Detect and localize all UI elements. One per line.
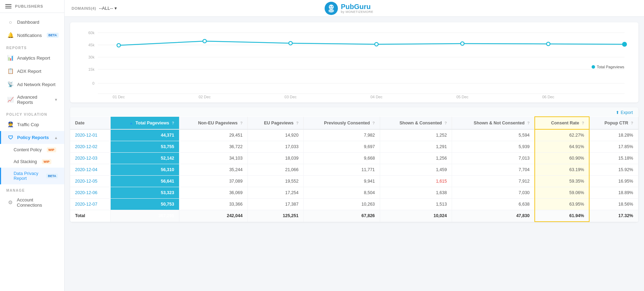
svg-point-0 <box>329 5 334 9</box>
cell-non-eu-pv: 33,366 <box>179 199 247 210</box>
col-header-eu-pv: EU Pageviews ? <box>247 117 303 129</box>
domains-value: --ALL-- <box>99 6 113 11</box>
svg-text:0: 0 <box>92 81 95 85</box>
cell-popup-ctr: 17.85% <box>589 141 638 153</box>
wip-badge: WIP <box>47 147 56 152</box>
export-button[interactable]: ⬆ Export <box>616 110 633 115</box>
cell-eu-pv: 21,066 <box>247 164 303 176</box>
cell-shown-consented: 1,256 <box>380 153 452 164</box>
svg-point-27 <box>622 42 627 46</box>
policy-section-label: POLICY VIOLATION <box>0 108 64 118</box>
sidebar-item-policy-reports[interactable]: 🛡 Policy Reports ▲ <box>0 131 64 144</box>
table-row: 2020-12-05 56,641 37,089 19,552 9,941 1,… <box>70 176 638 187</box>
sidebar-item-label: ADX Report <box>17 69 41 74</box>
cell-shown-consented: 1,459 <box>380 164 452 176</box>
info-icon[interactable]: ? <box>444 121 447 125</box>
cell-shown-not-consented: 5,939 <box>452 141 535 153</box>
sidebar-item-ad-stacking[interactable]: Ad Stacking WIP <box>0 156 64 168</box>
cell-eu-pv: 18,039 <box>247 153 303 164</box>
sidebar-item-adx-report[interactable]: 📋 ADX Report <box>0 64 64 78</box>
svg-text:05 Dec: 05 Dec <box>456 95 468 99</box>
info-icon[interactable]: ? <box>527 121 530 125</box>
cell-date: 2020-12-06 <box>70 187 111 199</box>
cell-shown-consented: 1,638 <box>380 187 452 199</box>
cell-total-pv: 53,323 <box>111 187 179 199</box>
sidebar-item-analytics-report[interactable]: 📊 Analytics Report <box>0 51 64 64</box>
svg-point-3 <box>332 6 333 7</box>
dropdown-arrow-icon: ▾ <box>114 6 117 11</box>
main-content: DOMAINS(4) --ALL-- ▾ PubGuru by MONETIZE… <box>65 0 644 291</box>
logo: PubGuru by MONETIZEMORE <box>325 2 373 15</box>
svg-point-28 <box>592 65 595 69</box>
export-row: ⬆ Export <box>70 107 638 116</box>
cell-popup-ctr: 15.92% <box>589 164 638 176</box>
cell-shown-not-consented: 7,912 <box>452 176 535 187</box>
sidebar: PUBLISHERS ○ Dashboard 🔔 Notifications B… <box>0 0 65 291</box>
info-icon[interactable]: ? <box>582 121 584 125</box>
sidebar-item-dashboard[interactable]: ○ Dashboard <box>0 16 64 29</box>
sidebar-item-label: Account Connections <box>17 197 58 208</box>
col-header-consent-rate: Consent Rate ? <box>535 117 589 129</box>
chart-wrap: 60k 45k 30k 15k 0 01 Dec 02 Dec 03 Dec 0… <box>77 29 631 99</box>
cell-total-non-eu-pv: 242,044 <box>179 210 247 222</box>
sidebar-navigation: ○ Dashboard 🔔 Notifications BETA REPORTS… <box>0 13 64 214</box>
info-icon[interactable]: ? <box>240 121 243 125</box>
svg-text:45k: 45k <box>88 43 95 47</box>
sidebar-item-notifications[interactable]: 🔔 Notifications BETA <box>0 29 64 42</box>
svg-text:04 Dec: 04 Dec <box>370 95 383 99</box>
info-icon[interactable]: ? <box>296 121 298 125</box>
sidebar-item-ad-network-report[interactable]: 📡 Ad Network Report <box>0 78 64 91</box>
sidebar-item-data-privacy[interactable]: Data Privacy Report BETA <box>0 168 64 184</box>
cell-total-eu-pv: 125,251 <box>247 210 303 222</box>
cell-consent-rate: 59.06% <box>535 187 589 199</box>
cell-non-eu-pv: 35,244 <box>179 164 247 176</box>
info-icon[interactable]: ? <box>172 121 174 125</box>
gear-icon: ⚙ <box>7 199 13 206</box>
table-row: 2020-12-04 56,310 35,244 21,066 11,771 1… <box>70 164 638 176</box>
cell-date: 2020-12-03 <box>70 153 111 164</box>
svg-text:60k: 60k <box>88 31 95 35</box>
cell-shown-not-consented: 7,704 <box>452 164 535 176</box>
domains-selector[interactable]: DOMAINS(4) --ALL-- ▾ <box>72 6 117 11</box>
cell-total-pv: 50,753 <box>111 199 179 210</box>
sidebar-item-content-policy[interactable]: Content Policy WIP <box>0 144 64 156</box>
cell-non-eu-pv: 36,722 <box>179 141 247 153</box>
sidebar-item-advanced-reports[interactable]: 📈 Advanced Reports ▼ <box>0 91 64 108</box>
sidebar-item-label: Policy Reports <box>17 135 49 140</box>
cell-date: 2020-12-02 <box>70 141 111 153</box>
svg-text:01 Dec: 01 Dec <box>113 95 125 99</box>
sort-icon: ▲ <box>129 121 133 125</box>
ad-network-icon: 📡 <box>7 81 14 87</box>
svg-point-23 <box>289 41 292 45</box>
sidebar-item-label: Dashboard <box>17 20 39 25</box>
cell-eu-pv: 14,920 <box>247 129 303 141</box>
cell-eu-pv: 19,552 <box>247 176 303 187</box>
cell-total-label: Total <box>70 210 111 222</box>
info-icon[interactable]: ? <box>631 121 633 125</box>
ad-stacking-label: Ad Stacking <box>14 159 37 164</box>
cell-prev-consented: 9,697 <box>304 141 380 153</box>
cell-prev-consented: 9,941 <box>304 176 380 187</box>
table-row: 2020-12-03 52,142 34,103 18,039 9,668 1,… <box>70 153 638 164</box>
domains-dropdown[interactable]: --ALL-- ▾ <box>99 6 117 11</box>
cell-prev-consented: 9,668 <box>304 153 380 164</box>
logo-text: PubGuru <box>341 3 373 10</box>
sidebar-item-account-connections[interactable]: ⚙ Account Connections <box>0 194 64 211</box>
data-table: Date ▲ Total Pageviews ? Non-EU Pageview… <box>70 116 638 222</box>
sidebar-item-traffic-cop[interactable]: 👮 Traffic Cop <box>0 118 64 131</box>
hamburger-menu[interactable] <box>5 4 12 8</box>
traffic-cop-icon: 👮 <box>7 121 14 128</box>
sidebar-item-label: Advanced Reports <box>17 94 51 105</box>
cell-total-pv: 56,641 <box>111 176 179 187</box>
cell-prev-consented: 10,263 <box>304 199 380 210</box>
table-row: 2020-12-02 53,755 36,722 17,033 9,697 1,… <box>70 141 638 153</box>
info-icon[interactable]: ? <box>372 121 375 125</box>
analytics-icon: 📊 <box>7 55 14 61</box>
sidebar-item-label: Traffic Cop <box>17 122 39 127</box>
svg-point-21 <box>117 44 120 47</box>
svg-text:15k: 15k <box>88 67 95 71</box>
cell-consent-rate: 60.90% <box>535 153 589 164</box>
cell-consent-rate: 63.95% <box>535 199 589 210</box>
domains-label: DOMAINS(4) <box>72 6 96 10</box>
cell-consent-rate: 59.35% <box>535 176 589 187</box>
